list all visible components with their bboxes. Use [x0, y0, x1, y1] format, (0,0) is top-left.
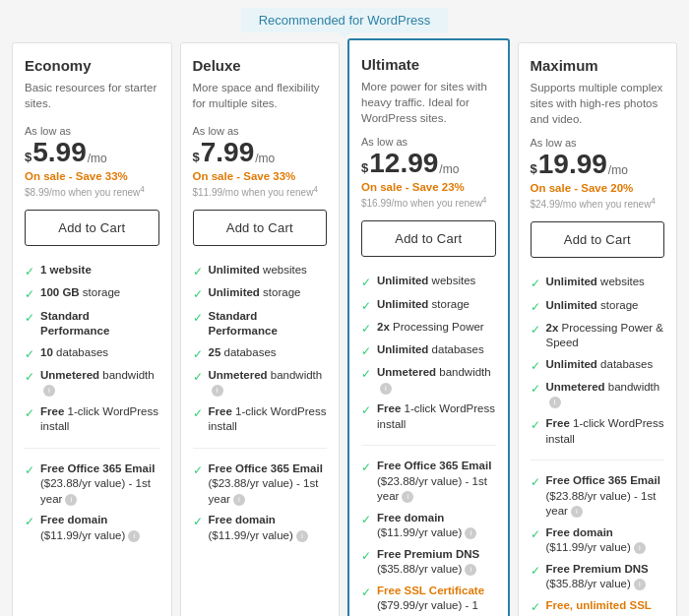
checkmark-icon: ✓	[361, 402, 371, 418]
sale-badge-economy: On sale - Save 33%	[25, 170, 159, 182]
plan-card-ultimate: UltimateMore power for sites with heavy …	[347, 38, 510, 616]
recommended-banner: Recommended for WordPress	[0, 0, 689, 32]
feature-text: Unlimited databases	[377, 342, 496, 358]
checkmark-icon: ✓	[25, 346, 34, 362]
feature-text: Free Office 365 Email ($23.88/yr value) …	[546, 473, 665, 520]
price-amount-ultimate: 12.99	[369, 149, 438, 179]
extras-list-economy: ✓Free Office 365 Email ($23.88/yr value)…	[25, 459, 159, 547]
feature-text: 1 website	[40, 263, 159, 278]
feature-text: Unmetered bandwidthi	[209, 368, 328, 399]
list-item: ✓Unmetered bandwidthi	[531, 377, 665, 413]
price-amount-deluxe: 7.99	[201, 138, 255, 168]
price-mo-ultimate: /mo	[439, 162, 459, 176]
list-item: ✓Standard Performance	[25, 306, 159, 342]
list-item: ✓Free SSL Certificate ($79.99/yr value) …	[361, 581, 496, 616]
add-to-cart-btn-deluxe[interactable]: Add to Cart	[193, 210, 328, 246]
info-icon: i	[571, 506, 583, 518]
checkmark-icon: ✓	[193, 346, 203, 362]
checkmark-icon: ✓	[531, 358, 540, 374]
checkmark-icon: ✓	[25, 405, 34, 421]
plan-desc-economy: Basic resources for starter sites.	[25, 80, 159, 115]
list-item: ✓Free 1-click WordPress install	[25, 401, 159, 438]
feature-text: Free domain ($11.99/yr value)i	[377, 511, 496, 541]
checkmark-icon: ✓	[531, 299, 540, 315]
info-icon: i	[380, 383, 392, 395]
feature-text: 100 GB storage	[40, 285, 159, 301]
page-wrapper: Recommended for WordPress EconomyBasic r…	[0, 0, 689, 616]
checkmark-icon: ✓	[25, 514, 34, 529]
info-icon: i	[402, 491, 413, 503]
add-to-cart-btn-ultimate[interactable]: Add to Cart	[361, 220, 496, 257]
feature-text: Unlimited websites	[377, 274, 496, 289]
checkmark-icon: ✓	[361, 548, 371, 564]
extras-list-deluxe: ✓Free Office 365 Email ($23.88/yr value)…	[193, 459, 328, 547]
list-item: ✓Free Premium DNS ($35.88/yr value)i	[361, 544, 496, 581]
checkmark-icon: ✓	[25, 310, 34, 326]
renew-note-maximum: $24.99/mo when you renew4	[531, 196, 665, 210]
list-item: ✓Unmetered bandwidthi	[25, 365, 159, 401]
info-icon: i	[212, 385, 223, 397]
checkmark-icon: ✓	[361, 585, 371, 600]
feature-text: Free 1-click WordPress install	[546, 416, 665, 447]
plan-name-economy: Economy	[25, 57, 159, 74]
price-dollar-economy: $	[25, 148, 31, 168]
checkmark-icon: ✓	[531, 276, 540, 291]
highlight-text: Free, unlimited SSL for all your website…	[546, 599, 658, 616]
price-line-economy: $5.99/mo	[25, 138, 159, 168]
plan-name-deluxe: Deluxe	[193, 57, 328, 74]
renew-note-deluxe: $11.99/mo when you renew4	[193, 184, 328, 198]
list-item: ✓Free domain ($11.99/yr value)i	[361, 508, 496, 544]
feature-text: Free Office 365 Email ($23.88/yr value) …	[209, 462, 328, 508]
feature-text: Unmetered bandwidthi	[40, 368, 159, 399]
plan-card-economy: EconomyBasic resources for starter sites…	[12, 42, 172, 616]
list-item: ✓10 databases	[25, 342, 159, 365]
list-item: ✓Unlimited databases	[531, 354, 665, 377]
feature-text: 10 databases	[40, 345, 159, 361]
checkmark-icon: ✓	[193, 462, 203, 478]
list-item: ✓Free Office 365 Email ($23.88/yr value)…	[361, 456, 496, 508]
feature-text: Free SSL Certificate ($79.99/yr value) -…	[377, 584, 496, 616]
feature-text: Unmetered bandwidthi	[546, 380, 665, 410]
as-low-as-maximum: As low as	[531, 137, 665, 149]
plan-desc-maximum: Supports multiple complex sites with hig…	[531, 80, 665, 127]
feature-text: Free Office 365 Email ($23.88/yr value) …	[377, 459, 496, 505]
feature-text: Unlimited storage	[209, 285, 328, 301]
price-dollar-deluxe: $	[193, 148, 200, 168]
list-item: ✓Unlimited websites	[361, 271, 496, 293]
plans-container: EconomyBasic resources for starter sites…	[0, 32, 689, 616]
feature-text: 2x Processing Power & Speed	[546, 321, 665, 351]
price-line-deluxe: $7.99/mo	[193, 138, 328, 168]
checkmark-icon: ✓	[193, 310, 203, 326]
checkmark-icon: ✓	[531, 417, 540, 433]
list-item: ✓1 website	[25, 260, 159, 282]
feature-text: Standard Performance	[40, 309, 159, 339]
list-item: ✓Free domain ($11.99/yr value)i	[25, 510, 159, 546]
list-item: ✓Free Office 365 Email ($23.88/yr value)…	[193, 459, 328, 511]
list-item: ✓Free Premium DNS ($35.88/yr value)i	[531, 559, 665, 595]
checkmark-icon: ✓	[531, 474, 540, 490]
list-item: ✓Unmetered bandwidthi	[193, 365, 328, 401]
checkmark-icon: ✓	[531, 599, 540, 615]
list-item: ✓Free, unlimited SSL for all your websit…	[531, 595, 665, 616]
feature-text: Free Office 365 Email ($23.88/yr value) …	[40, 462, 159, 508]
feature-text: Free, unlimited SSL for all your website…	[546, 598, 665, 616]
info-icon: i	[233, 494, 245, 506]
list-item: ✓Unlimited websites	[531, 272, 665, 294]
info-icon: i	[634, 542, 646, 554]
feature-text: Free 1-click WordPress install	[209, 404, 328, 435]
list-item: ✓Free Office 365 Email ($23.88/yr value)…	[531, 470, 665, 523]
sale-badge-deluxe: On sale - Save 33%	[193, 170, 328, 182]
feature-text: 25 databases	[209, 345, 328, 361]
checkmark-icon: ✓	[193, 405, 203, 421]
plan-card-deluxe: DeluxeMore space and flexibility for mul…	[180, 42, 341, 616]
add-to-cart-btn-maximum[interactable]: Add to Cart	[531, 221, 665, 258]
checkmark-icon: ✓	[193, 264, 203, 279]
feature-text: Free domain ($11.99/yr value)i	[209, 513, 328, 543]
add-to-cart-btn-economy[interactable]: Add to Cart	[25, 210, 159, 246]
checkmark-icon: ✓	[361, 512, 371, 527]
list-item: ✓25 databases	[193, 342, 328, 365]
info-icon: i	[296, 530, 308, 542]
renew-note-ultimate: $16.99/mo when you renew4	[361, 195, 496, 209]
list-item: ✓Free domain ($11.99/yr value)i	[531, 523, 665, 559]
list-item: ✓100 GB storage	[25, 282, 159, 305]
